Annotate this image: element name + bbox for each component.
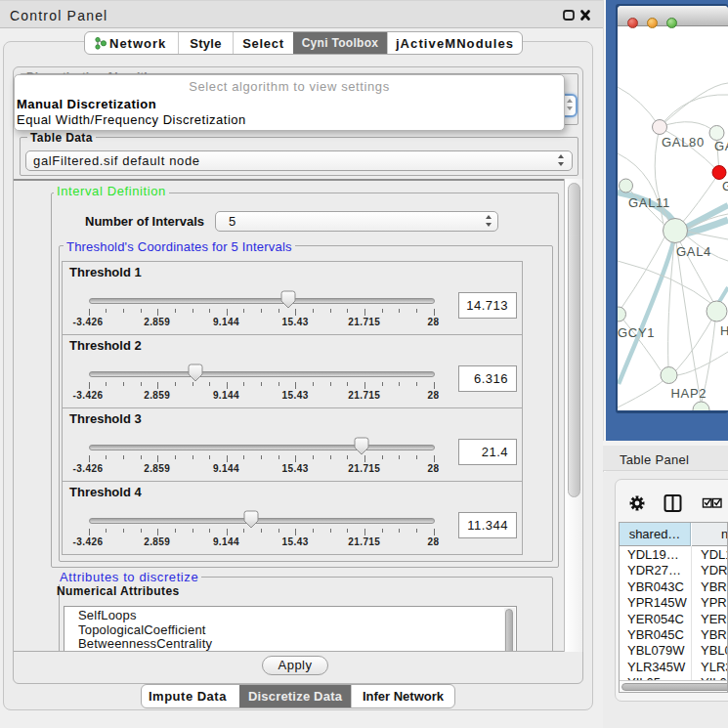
svg-text:GAL80: GAL80 xyxy=(662,135,705,150)
svg-text:GAL: GAL xyxy=(714,139,728,153)
svg-text:GAL4: GAL4 xyxy=(676,244,711,259)
svg-text:GAL11: GAL11 xyxy=(628,195,670,210)
svg-text:G: G xyxy=(722,179,728,193)
svg-text:GCY1: GCY1 xyxy=(618,325,655,340)
svg-text:HAP2: HAP2 xyxy=(671,386,707,401)
svg-text:H: H xyxy=(720,323,728,338)
